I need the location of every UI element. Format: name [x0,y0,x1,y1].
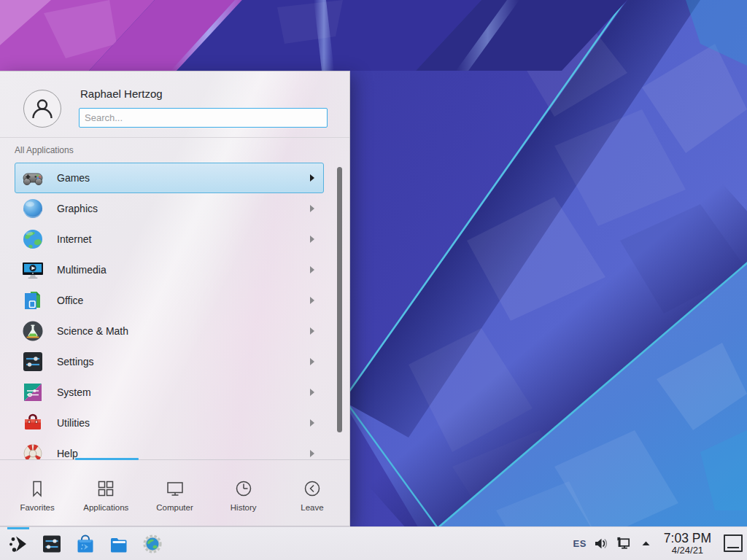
category-help[interactable]: Help [15,438,324,459]
expand-arrow-icon[interactable] [638,535,654,551]
lifering-icon [21,442,44,459]
flask-icon [21,319,44,343]
submenu-arrow-icon [310,389,314,396]
category-games[interactable]: Games [15,163,324,193]
list-scrollbar[interactable] [337,167,342,432]
category-label: Settings [57,356,94,368]
leave-icon [303,479,322,498]
taskbar: ES [0,526,747,560]
submenu-arrow-icon [310,358,314,365]
file-manager-icon [108,533,130,555]
file-manager-button[interactable] [106,529,132,559]
system-settings-button[interactable] [39,529,65,559]
web-browser-button[interactable] [139,529,166,559]
show-desktop-button[interactable] [724,534,743,552]
search-input[interactable] [79,108,328,128]
system-settings-icon [41,533,63,555]
category-label: Science & Math [57,325,128,337]
launcher-tab-bar: Favorites Applications Computer [0,460,349,527]
category-label: System [57,386,91,398]
active-task-indicator [7,527,29,529]
category-label: Multimedia [57,264,107,276]
category-internet[interactable]: Internet [15,224,324,254]
sphere-icon [21,197,44,220]
bookmark-icon [28,479,47,498]
category-system[interactable]: System [15,377,324,408]
submenu-arrow-icon [310,174,314,182]
category-graphics[interactable]: Graphics [15,193,324,224]
media-monitor-icon [21,258,44,281]
user-avatar[interactable] [23,90,61,128]
tab-computer[interactable]: Computer [140,476,209,512]
submenu-arrow-icon [310,205,314,212]
category-label: Utilities [57,417,90,429]
tab-label: Favorites [20,503,54,512]
system-tray: ES [573,532,747,556]
category-label: Games [57,172,90,184]
digital-clock[interactable]: 7:03 PM 4/24/21 [664,532,711,556]
discover-button[interactable] [72,529,98,559]
launcher-header: Raphael Hertzog [0,71,349,138]
user-name: Raphael Hertzog [80,88,163,100]
submenu-arrow-icon [310,236,314,243]
discover-icon [74,533,96,555]
keyboard-layout-indicator[interactable]: ES [573,538,586,549]
submenu-arrow-icon [310,297,314,304]
web-browser-icon [142,533,163,555]
tab-leave[interactable]: Leave [278,476,347,512]
globe-icon [21,228,44,251]
gamepad-icon [21,166,44,190]
app-launcher-icon [7,533,29,555]
category-label: Graphics [57,203,98,214]
tab-label: History [231,503,257,512]
tab-applications[interactable]: Applications [71,476,140,512]
tab-label: Leave [301,503,323,512]
category-multimedia[interactable]: Multimedia [15,254,324,285]
clock-icon [234,479,253,498]
network-icon[interactable] [616,535,632,551]
category-settings[interactable]: Settings [15,346,324,377]
desktop: Raphael Hertzog All Applications [0,0,747,560]
category-science-math[interactable]: Science & Math [15,316,324,346]
taskbar-launchers [0,529,166,559]
clock-time: 7:03 PM [664,532,711,545]
application-launcher-menu: Raphael Hertzog All Applications [0,71,350,526]
submenu-arrow-icon [310,450,314,457]
documents-icon [21,289,44,312]
volume-icon[interactable] [593,535,609,551]
tab-label: Applications [83,503,128,512]
section-label: All Applications [15,145,74,155]
tab-history[interactable]: History [209,476,278,512]
computer-icon [166,479,185,498]
submenu-arrow-icon [310,327,314,335]
tab-label: Computer [156,503,193,512]
sliders-icon [21,350,44,373]
category-office[interactable]: Office [15,285,324,316]
tab-favorites[interactable]: Favorites [3,476,71,512]
clock-date: 4/24/21 [664,545,711,556]
category-list: Games Graphics [0,163,350,459]
system-sliders-icon [21,381,44,404]
category-label: Internet [57,233,91,245]
submenu-arrow-icon [310,419,314,427]
category-label: Office [57,295,83,306]
app-launcher-button[interactable] [5,529,31,559]
toolbox-icon [21,411,44,435]
submenu-arrow-icon [310,266,314,273]
user-icon [30,96,55,121]
grid-icon [96,479,115,498]
category-utilities[interactable]: Utilities [15,408,324,438]
